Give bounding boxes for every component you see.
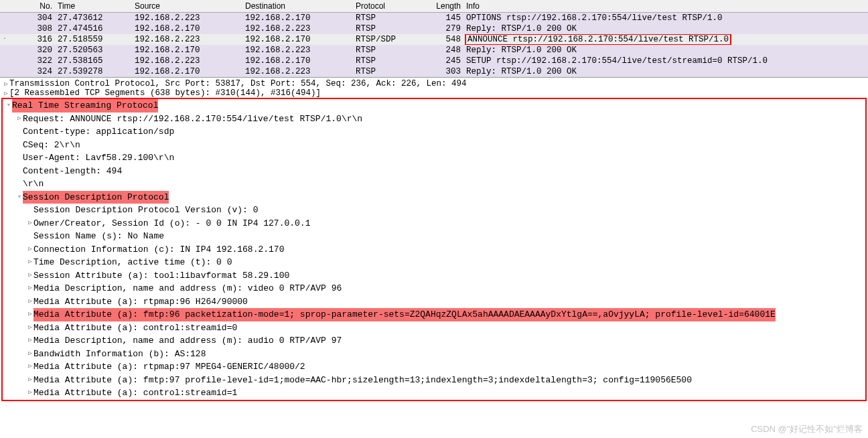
cell-dst: 192.168.2.223	[242, 23, 353, 34]
cell-dst: 192.168.2.170	[242, 34, 353, 45]
packet-row[interactable]: 30427.473612192.168.2.223192.168.2.170RT…	[0, 13, 868, 23]
cell-src: 192.168.2.223	[132, 56, 242, 66]
packet-row[interactable]: 30827.474516192.168.2.170192.168.2.223RT…	[0, 23, 868, 34]
packet-row[interactable]: ·31627.518559192.168.2.223192.168.2.170R…	[0, 34, 868, 45]
tree-toggle-icon[interactable]: ▿	[5, 101, 12, 111]
tree-line[interactable]: User-Agent: Lavf58.29.100\r\n	[3, 151, 865, 165]
cell-no: 316	[8, 34, 55, 45]
cell-time: 27.473612	[55, 13, 132, 23]
cell-no: 304	[8, 13, 55, 23]
cell-proto: RTSP/SDP	[353, 34, 417, 45]
tree-text: Time Description, active time (t): 0 0	[33, 256, 232, 269]
tree-line[interactable]: ▿Session Description Protocol	[3, 191, 865, 204]
tree-toggle-icon[interactable]: ▷	[27, 323, 33, 333]
tree-text: User-Agent: Lavf58.29.100\r\n	[23, 151, 174, 165]
tree-text: Media Attribute (a): control:streamid=1	[33, 386, 237, 400]
tree-toggle-icon[interactable]: ▷	[27, 388, 33, 398]
tree-toggle-icon[interactable]: ▷	[27, 271, 33, 281]
tree-line[interactable]: ▿Real Time Streaming Protocol	[3, 99, 865, 113]
tree-line[interactable]: \r\n	[3, 177, 865, 191]
tree-line[interactable]: ▷Media Attribute (a): fmtp:96 packetizat…	[3, 308, 865, 321]
tree-text: Transmission Control Protocol, Src Port:…	[9, 79, 467, 88]
tree-toggle-icon[interactable]: ▷	[27, 350, 33, 359]
cell-len: 303	[417, 66, 463, 77]
packet-row[interactable]: 32227.538165192.168.2.223192.168.2.170RT…	[0, 56, 868, 66]
tree-toggle-icon[interactable]: ▷	[27, 284, 33, 293]
tree-text: Connection Information (c): IN IP4 192.1…	[33, 243, 284, 257]
cell-len: 279	[417, 23, 463, 34]
tree-text: Content-type: application/sdp	[23, 125, 174, 139]
tree-text: Request: ANNOUNCE rtsp://192.168.2.170:5…	[23, 113, 362, 126]
cell-time: 27.539278	[55, 66, 132, 77]
col-header-info[interactable]: Info	[463, 1, 868, 11]
tree-line[interactable]: ▷Request: ANNOUNCE rtsp://192.168.2.170:…	[3, 113, 865, 126]
cell-src: 192.168.2.223	[132, 34, 242, 45]
tree-text: Bandwidth Information (b): AS:128	[33, 348, 206, 361]
cell-time: 27.538165	[55, 56, 132, 66]
tree-line[interactable]: ▷ Transmission Control Protocol, Src Por…	[3, 79, 868, 88]
watermark: CSDN @"好记性不如"烂博客	[751, 423, 863, 435]
tree-line[interactable]: ▷Media Attribute (a): control:streamid=0	[3, 321, 865, 335]
packet-header: No. Time Source Destination Protocol Len…	[0, 0, 868, 13]
tree-text: Media Description, name and address (m):…	[33, 282, 342, 295]
cell-src: 192.168.2.170	[132, 66, 242, 77]
cell-len: 248	[417, 45, 463, 56]
cell-time: 27.520563	[55, 45, 132, 56]
tree-line[interactable]: Session Description Protocol Version (v)…	[3, 204, 865, 217]
col-header-time[interactable]: Time	[55, 1, 132, 11]
tree-line[interactable]: ▷Session Attribute (a): tool:libavformat…	[3, 269, 865, 283]
tree-toggle-icon[interactable]: ▷	[27, 297, 33, 307]
tree-line[interactable]: ▷Media Attribute (a): control:streamid=1	[3, 386, 865, 400]
tree-text: Media Attribute (a): rtpmap:96 H264/9000…	[33, 295, 248, 309]
cell-len: 145	[417, 13, 463, 23]
tree-toggle-icon[interactable]: ▷	[3, 80, 9, 88]
tree-text: Media Attribute (a): fmtp:96 packetizati…	[33, 308, 776, 321]
tree-line[interactable]: ▷ [2 Reassembled TCP Segments (638 bytes…	[3, 88, 868, 98]
tree-toggle-icon[interactable]: ▷	[27, 362, 33, 372]
tree-line[interactable]: Session Name (s): No Name	[3, 230, 865, 243]
cell-len: 548	[417, 34, 463, 45]
tree-line[interactable]: ▷Connection Information (c): IN IP4 192.…	[3, 243, 865, 257]
cell-dst: 192.168.2.170	[242, 13, 353, 23]
packet-row[interactable]: 32427.539278192.168.2.170192.168.2.223RT…	[0, 66, 868, 77]
tree-line[interactable]: ▷Owner/Creator, Session Id (o): - 0 0 IN…	[3, 217, 865, 230]
tree-toggle-icon[interactable]: ▿	[16, 193, 23, 202]
cell-proto: RTSP	[353, 56, 417, 66]
tree-toggle-icon[interactable]: ▷	[27, 310, 33, 319]
tree-toggle-icon[interactable]: ▷	[27, 245, 33, 254]
col-header-no[interactable]: No.	[8, 1, 55, 11]
col-header-protocol[interactable]: Protocol	[353, 1, 417, 11]
col-header-destination[interactable]: Destination	[242, 1, 353, 11]
cell-info: Reply: RTSP/1.0 200 OK	[463, 23, 868, 34]
tree-toggle-icon[interactable]: ▷	[27, 336, 33, 346]
cell-dst: 192.168.2.223	[242, 66, 353, 77]
tree-text: \r\n	[23, 177, 44, 191]
tree-line[interactable]: Content-type: application/sdp	[3, 125, 865, 139]
tree-line[interactable]: ▷Media Attribute (a): rtpmap:96 H264/900…	[3, 295, 865, 309]
tree-toggle-icon[interactable]: ▷	[3, 90, 9, 97]
tree-toggle-icon[interactable]: ▷	[27, 219, 33, 228]
tree-toggle-icon[interactable]: ▷	[27, 258, 33, 267]
tree-text: Media Attribute (a): fmtp:97 profile-lev…	[33, 374, 692, 387]
tree-toggle-icon[interactable]: ▷	[27, 376, 33, 385]
tree-toggle-icon[interactable]: ▷	[16, 115, 23, 124]
tree-text: Session Attribute (a): tool:libavformat …	[33, 269, 289, 283]
cell-dst: 192.168.2.223	[242, 45, 353, 56]
tree-line[interactable]: ▷Media Description, name and address (m)…	[3, 282, 865, 295]
tree-line[interactable]: Content-length: 494	[3, 165, 865, 178]
detail-pre: ▷ Transmission Control Protocol, Src Por…	[0, 79, 868, 98]
cell-no: 308	[8, 23, 55, 34]
tree-line[interactable]: ▷Bandwidth Information (b): AS:128	[3, 348, 865, 361]
col-header-length[interactable]: Length	[417, 1, 463, 11]
packet-row[interactable]: 32027.520563192.168.2.170192.168.2.223RT…	[0, 45, 868, 56]
col-header-source[interactable]: Source	[132, 1, 242, 11]
tree-line[interactable]: ▷Time Description, active time (t): 0 0	[3, 256, 865, 269]
cell-info: Reply: RTSP/1.0 200 OK	[463, 45, 868, 56]
tree-line[interactable]: ▷Media Attribute (a): rtpmap:97 MPEG4-GE…	[3, 360, 865, 374]
tree-line[interactable]: CSeq: 2\r\n	[3, 139, 865, 152]
tree-line[interactable]: ▷Media Attribute (a): fmtp:97 profile-le…	[3, 374, 865, 387]
tree-text: Content-length: 494	[23, 165, 122, 178]
cell-src: 192.168.2.170	[132, 23, 242, 34]
tree-line[interactable]: ▷Media Description, name and address (m)…	[3, 334, 865, 348]
cell-len: 245	[417, 56, 463, 66]
